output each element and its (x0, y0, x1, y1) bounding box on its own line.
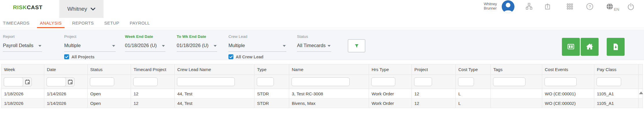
pay-class-filter-input[interactable] (597, 77, 621, 86)
column-header-date[interactable]: Date (44, 64, 88, 75)
date-filter-input[interactable] (47, 77, 66, 86)
project-select[interactable]: Multiple (64, 43, 81, 48)
column-header-hrs-type[interactable]: Hrs Type (369, 64, 412, 75)
export-icon[interactable] (544, 3, 551, 10)
table-row[interactable]: 1/18/2026 1/14/2026 Open 12 44, Test STD… (1, 89, 643, 99)
tab-payroll[interactable]: PAYROLL (127, 18, 153, 28)
cell-hrs-type: Work Order (369, 99, 412, 108)
tags-filter-input[interactable] (493, 77, 525, 86)
to-week-end-date-select[interactable]: 01/18/2026 (U) (177, 43, 208, 48)
cell-tags (491, 89, 542, 99)
power-icon[interactable] (627, 3, 635, 10)
globe-icon[interactable] (606, 3, 614, 10)
tab-reports[interactable]: REPORTS (69, 18, 97, 28)
all-crew-lead-label: All Crew Lead (236, 55, 263, 59)
user-name: Whitney Brunner (484, 2, 497, 11)
language-label: EN (614, 7, 619, 12)
crew-lead-filter: Crew Lead Multiple All Crew Lead (228, 30, 286, 60)
division-selector[interactable]: Whitney (59, 0, 104, 18)
week-filter-input[interactable] (4, 77, 23, 86)
calendar-icon[interactable] (24, 79, 31, 85)
riskcast-logo: RISKCAST (13, 4, 43, 11)
week-end-date-filter: Week End Date 01/18/2026 (U) (125, 30, 165, 60)
column-header-week[interactable]: Week (1, 64, 44, 75)
project-label: Project (64, 34, 76, 39)
cost-type-filter-input[interactable] (458, 77, 474, 86)
project-filter-input[interactable] (414, 77, 432, 86)
week-end-date-select[interactable]: 01/18/2026 (U) (125, 43, 157, 48)
apply-filter-button[interactable] (348, 39, 365, 52)
grid-filter-row (1, 75, 643, 89)
status-caret-icon[interactable] (328, 45, 331, 47)
to-week-end-date-caret-icon[interactable] (214, 45, 217, 47)
file-download-icon (612, 43, 620, 51)
scrollbar-cell (639, 99, 643, 108)
checkbox-checked-icon[interactable] (228, 54, 233, 59)
all-crew-lead-checkbox[interactable]: All Crew Lead (228, 54, 263, 59)
checkbox-checked-icon[interactable] (64, 54, 69, 59)
week-end-date-label: Week End Date (125, 34, 153, 39)
report-label: Report (3, 34, 15, 39)
name-filter-input[interactable] (291, 77, 350, 86)
project-filter: Project Multiple All Projects (64, 30, 116, 60)
cell-name: Bivens, Max (289, 99, 369, 108)
status-filter: Status All Timecards (297, 30, 331, 60)
tab-timecards[interactable]: TIMECARDS (0, 18, 32, 28)
to-week-end-date-label: To Wk End Date (177, 34, 206, 39)
timecards-grid: Week Date Status Timecard Project Crew L… (1, 64, 643, 108)
help-icon[interactable]: ? (586, 3, 594, 10)
cell-type: STDR (254, 89, 289, 99)
column-header-cost-type[interactable]: Cost Type (456, 64, 491, 75)
timecard-project-filter-input[interactable] (133, 77, 158, 86)
cell-project: 12 (412, 99, 456, 108)
hrs-type-filter-input[interactable] (371, 77, 395, 86)
cell-timecard-project: 12 (131, 89, 175, 99)
crew-lead-caret-icon[interactable] (283, 45, 286, 47)
tab-setup[interactable]: SETUP (101, 18, 122, 28)
cell-hrs-type: Work Order (369, 89, 412, 99)
tab-analysis[interactable]: ANALYSIS (37, 18, 64, 28)
cell-cost-events: WO (CE:00001) (542, 89, 594, 99)
calendar-icon[interactable] (67, 79, 73, 85)
home-button[interactable] (581, 38, 599, 56)
table-row[interactable]: 1/18/2026 1/14/2026 Open 12 44, Test STD… (1, 99, 643, 108)
column-header-timecard-project[interactable]: Timecard Project (131, 64, 175, 75)
cell-status: Open (88, 99, 131, 108)
report-caret-icon[interactable] (38, 45, 41, 47)
columns-button[interactable] (562, 38, 580, 56)
cell-date: 1/14/2026 (44, 99, 88, 108)
apps-grid-icon[interactable] (566, 3, 574, 10)
column-header-crew-lead-name[interactable]: Crew Lead Name (175, 64, 254, 75)
column-header-type[interactable]: Type (254, 64, 289, 75)
date-filter-box (47, 77, 75, 86)
cost-events-filter-input[interactable] (545, 77, 577, 86)
home-icon (585, 42, 594, 51)
cell-week: 1/18/2026 (1, 99, 44, 108)
type-filter-input[interactable] (257, 77, 274, 86)
crew-lead-select[interactable]: Multiple (228, 43, 245, 48)
status-label: Status (297, 34, 308, 39)
status-select[interactable]: All Timecards (297, 43, 326, 48)
filter-funnel-icon (354, 43, 360, 49)
org-chart-icon[interactable] (525, 3, 533, 10)
logo-cast: CAST (27, 4, 43, 10)
column-header-pay-class[interactable]: Pay Class (594, 64, 639, 75)
logo-risk: RISK (13, 4, 27, 10)
to-week-end-date-filter: To Wk End Date 01/18/2026 (U) (177, 30, 217, 60)
status-filter-input[interactable] (90, 77, 114, 86)
project-caret-icon[interactable] (112, 45, 115, 47)
all-projects-checkbox[interactable]: All Projects (64, 54, 95, 59)
column-header-status[interactable]: Status (88, 64, 131, 75)
column-header-tags[interactable]: Tags (491, 64, 542, 75)
report-select[interactable]: Payroll Details (3, 43, 33, 48)
scroll-up-arrow[interactable] (639, 92, 643, 94)
export-file-button[interactable] (607, 38, 625, 56)
week-end-date-caret-icon[interactable] (162, 45, 165, 47)
scrollbar-header-cell (639, 64, 643, 75)
report-filter: Report Payroll Details (3, 30, 42, 60)
crew-lead-name-filter-input[interactable] (177, 77, 235, 86)
column-header-project[interactable]: Project (412, 64, 456, 75)
avatar[interactable] (502, 0, 514, 13)
column-header-cost-events[interactable]: Cost Events (542, 64, 594, 75)
column-header-name[interactable]: Name (289, 64, 369, 75)
